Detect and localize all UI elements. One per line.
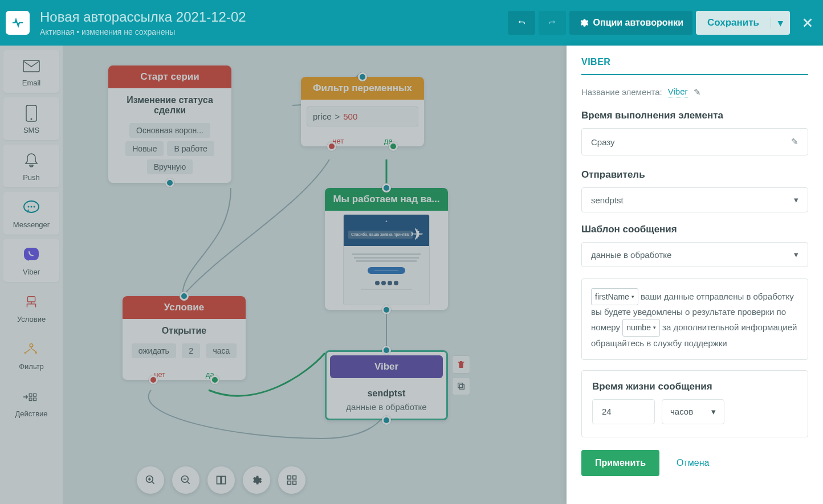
zoom-out-button[interactable] [172, 466, 199, 494]
settings-button[interactable] [243, 466, 270, 494]
sidebar-item-label: Условие [17, 315, 46, 323]
svg-rect-18 [288, 476, 291, 480]
messenger-icon [22, 199, 40, 217]
node-body: Изменение статуса сделки Основная ворон.… [108, 88, 231, 183]
node-filter[interactable]: Фильтр переменных price > 500 нет да [301, 77, 424, 146]
undo-button[interactable] [508, 11, 535, 35]
svg-rect-10 [29, 394, 32, 396]
zoom-in-button[interactable] [137, 466, 164, 494]
node-body: sendptst данные в обработке [327, 382, 446, 419]
redo-icon [547, 18, 557, 28]
sidebar-item-action[interactable]: Действие [3, 381, 59, 424]
sidebar-item-push[interactable]: Push [3, 145, 59, 187]
port-no[interactable] [149, 375, 158, 384]
port-in[interactable] [358, 72, 367, 81]
sidebar-item-label: SMS [23, 126, 39, 134]
header-actions: Опции автоворонки Сохранить ▾ [508, 11, 817, 35]
cancel-button[interactable]: Отмена [677, 458, 709, 468]
edit-name-button[interactable]: ✎ [694, 87, 701, 97]
close-icon [801, 17, 814, 29]
port-yes[interactable] [210, 375, 219, 384]
save-button-dropdown[interactable]: ▾ [771, 17, 790, 29]
edit-timing-icon: ✎ [791, 137, 798, 147]
node-subtitle: Изменение статуса сделки [114, 95, 226, 116]
svg-rect-12 [34, 394, 36, 396]
svg-rect-13 [34, 398, 36, 401]
sidebar-item-messenger[interactable]: Messenger [3, 192, 59, 235]
save-button[interactable]: Сохранить ▾ [696, 11, 790, 35]
svg-point-2 [31, 118, 32, 120]
branch-labels: нет да [123, 367, 246, 380]
chevron-down-icon: ▾ [631, 293, 634, 301]
port-yes[interactable] [389, 142, 398, 151]
redo-button[interactable] [539, 11, 566, 35]
svg-rect-8 [27, 297, 35, 302]
node-email[interactable]: Мы работаем над ва... ▲ Спасибо, ваша за… [325, 188, 448, 310]
node-condition[interactable]: Условие Открытие ожидать 2 часа нет да [123, 296, 246, 380]
save-button-main[interactable]: Сохранить [696, 17, 771, 28]
undo-icon [516, 18, 527, 28]
properties-panel: VIBER Название элемента: Viber ✎ Время в… [567, 46, 823, 504]
sidebar-item-label: Фильтр [19, 362, 44, 371]
svg-rect-20 [288, 481, 291, 485]
sender-select[interactable]: sendptst ▾ [581, 187, 808, 212]
variable-firstname[interactable]: firstName▾ [591, 288, 638, 305]
sidebar-item-sms[interactable]: SMS [3, 97, 59, 140]
filter-operator: > [335, 112, 340, 121]
zoom-in-icon [145, 474, 156, 486]
sidebar-item-condition[interactable]: Условие [3, 286, 59, 329]
funnel-options-button[interactable]: Опции автоворонки [569, 11, 692, 35]
zoom-out-icon [180, 474, 192, 486]
template-select[interactable]: данные в обработке ▾ [581, 242, 808, 267]
svg-rect-15 [458, 383, 463, 388]
sidebar-item-filter[interactable]: Фильтр [3, 334, 59, 376]
sidebar-item-label: Push [23, 173, 40, 182]
viber-desc: данные в обработке [332, 402, 441, 412]
sidebar-item-viber[interactable]: Viber [3, 239, 59, 282]
filter-value: 500 [343, 112, 357, 121]
grid-icon [286, 474, 298, 486]
svg-rect-21 [293, 481, 296, 485]
branch-labels: нет да [301, 133, 424, 146]
element-name-label: Название элемента: [581, 87, 662, 97]
sidebar-item-email[interactable]: Email [3, 50, 59, 93]
delete-node-button[interactable] [452, 355, 470, 374]
svg-point-5 [31, 206, 32, 208]
copy-icon [457, 382, 466, 391]
layout-button[interactable] [278, 466, 305, 494]
port-in[interactable] [382, 183, 391, 192]
copy-node-button[interactable] [452, 377, 470, 395]
variable-number[interactable]: numbe▾ [622, 319, 660, 336]
close-button[interactable] [798, 13, 817, 32]
viber-sender: sendptst [332, 388, 441, 399]
node-viber[interactable]: Viber sendptst данные в обработке [325, 350, 448, 420]
port-out[interactable] [382, 305, 391, 314]
timing-input[interactable]: Сразу ✎ [581, 128, 808, 155]
apply-button[interactable]: Применить [581, 450, 659, 476]
gear-icon [578, 18, 589, 28]
node-start[interactable]: Старт серии Изменение статуса сделки Осн… [108, 65, 231, 183]
gear-icon [251, 474, 262, 486]
port-out[interactable] [165, 178, 174, 187]
timing-label: Время выполнения элемента [581, 110, 808, 121]
port-no[interactable] [327, 142, 336, 151]
timing-value: Сразу [591, 137, 615, 147]
port-out[interactable] [382, 416, 391, 425]
ttl-unit-select[interactable]: часов ▾ [662, 399, 724, 424]
ttl-value-input[interactable] [592, 399, 655, 424]
guide-button[interactable] [207, 466, 235, 494]
paper-plane-icon: ✈ [410, 225, 423, 244]
page-subtitle: Активная • изменения не сохранены [40, 27, 508, 36]
condition-icon [22, 293, 40, 312]
svg-rect-19 [293, 476, 296, 480]
filter-icon [22, 341, 40, 359]
tag: Вручную [147, 159, 193, 174]
book-icon [215, 474, 227, 486]
svg-rect-14 [459, 384, 464, 389]
tag: часа [206, 343, 237, 358]
port-in[interactable] [382, 346, 391, 355]
node-actions [452, 355, 470, 395]
tag: В работе [167, 141, 214, 156]
element-name-value[interactable]: Viber [668, 87, 688, 97]
port-in[interactable] [180, 292, 189, 301]
